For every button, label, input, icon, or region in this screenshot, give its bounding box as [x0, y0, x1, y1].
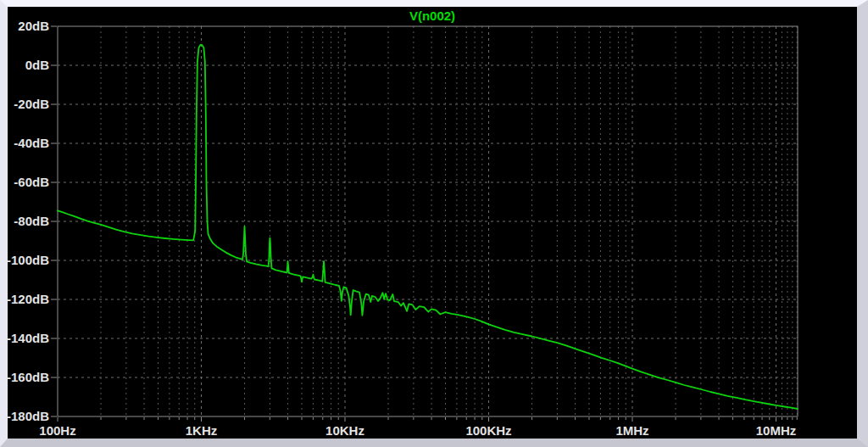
x-axis-label: 1MHz	[615, 423, 648, 438]
y-axis-label: -140dB	[8, 331, 49, 345]
y-axis-label: -80dB	[14, 214, 49, 228]
x-axis-label: 10KHz	[326, 423, 364, 438]
plot-canvas[interactable]: 20dB0dB-20dB-40dB-60dB-80dB-100dB-120dB-…	[8, 7, 857, 439]
y-axis-label: 20dB	[18, 19, 49, 33]
y-axis-label: 0dB	[25, 58, 50, 72]
y-axis-label: -120dB	[8, 292, 49, 306]
y-axis-label: -100dB	[8, 253, 49, 267]
y-axis-label: -180dB	[8, 409, 49, 423]
y-axis-label: -20dB	[14, 97, 49, 111]
x-axis-label: 100Hz	[39, 423, 75, 438]
x-axis-label: 1KHz	[186, 423, 218, 438]
waveform-viewer-window: V(n002) 20dB0dB-20dB-40dB-60dB-80dB-100d…	[0, 0, 868, 447]
x-axis-label: 100KHz	[465, 423, 511, 438]
trace-v-n002	[58, 45, 798, 409]
y-axis-label: -160dB	[8, 370, 49, 384]
y-axis-label: -40dB	[14, 136, 49, 150]
y-axis-label: -60dB	[14, 175, 49, 189]
x-axis-label: 10MHz	[756, 423, 797, 438]
